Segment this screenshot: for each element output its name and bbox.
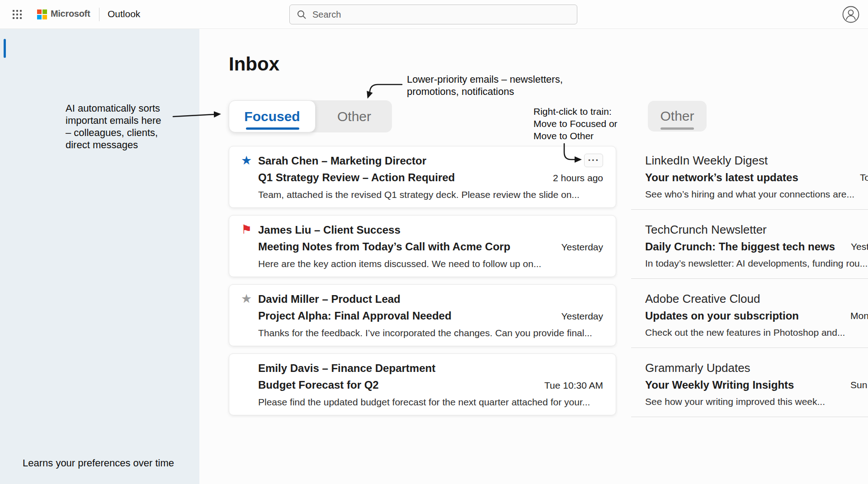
annotation-other-note: Lower-priority emails – newsletters, pro…	[407, 73, 563, 98]
other-email-row[interactable]: Grammarly Updates Your Weekly Writing In…	[631, 348, 868, 417]
annotation-train-note: Right-click to train: Move to Focused or…	[533, 105, 618, 142]
email-preview: Here are the key action items discussed.…	[258, 255, 603, 272]
annotation-focused-note: AI automatically sorts important emails …	[66, 102, 161, 151]
email-card[interactable]: ★ Sarah Chen – Marketing Director Q1 Str…	[229, 146, 616, 208]
outlook-window: Microsoft Outlook Learns your preferenc	[0, 0, 868, 484]
email-sender: LinkedIn Weekly Digest	[645, 152, 868, 169]
email-time: 2 hours ago	[546, 169, 603, 186]
search-bar	[289, 5, 577, 24]
email-content: Sarah Chen – Marketing Director Q1 Strat…	[258, 152, 603, 207]
email-preview: See how your writing improved this week.…	[645, 393, 868, 410]
other-email-row[interactable]: Adobe Creative Cloud Updates on your sub…	[631, 279, 868, 348]
email-time: Yesterday	[851, 241, 868, 252]
more-options-button[interactable]: ···	[584, 154, 603, 167]
no-icon-spacer	[241, 360, 258, 415]
left-sidebar: Learns your preferences over time	[0, 29, 199, 484]
email-subject: Your Weekly Writing Insights	[645, 376, 868, 393]
top-bar: Microsoft Outlook	[0, 0, 868, 29]
email-subject: Budget Forecast for Q2	[258, 376, 379, 393]
waffle-grid-icon	[12, 9, 23, 20]
topbar-divider	[99, 8, 99, 21]
email-subject: Project Alpha: Final Approval Needed	[258, 307, 452, 324]
annotation-line: AI automatically sorts	[66, 102, 161, 114]
email-card[interactable]: ⚑ James Liu – Client Success Meeting Not…	[229, 215, 616, 277]
email-subject-row: Budget Forecast for Q2 Tue 10:30 AM	[258, 376, 603, 394]
microsoft-wordmark: Microsoft	[51, 9, 90, 19]
annotation-line: Lower-priority emails – newsletters,	[407, 73, 563, 85]
tab-other-label: Other	[337, 109, 371, 124]
ms-logo-square-green	[42, 9, 47, 14]
email-preview: See who’s hiring and what your connectio…	[645, 186, 868, 202]
email-sender: Emily Davis – Finance Department	[258, 360, 603, 376]
annotation-learns-preferences: Learns your preferences over time	[23, 457, 174, 469]
email-content: James Liu – Client Success Meeting Notes…	[258, 221, 603, 277]
email-sender: TechCrunch Newsletter	[645, 221, 868, 238]
email-preview: Thanks for the feedback. I’ve incorporat…	[258, 324, 603, 341]
star-icon: ★	[241, 152, 258, 207]
other-email-row[interactable]: TechCrunch Newsletter Daily Crunch: The …	[631, 210, 868, 279]
inbox-tab-group: Other Focused	[229, 100, 392, 132]
email-subject: Daily Crunch: The biggest tech news	[645, 238, 868, 255]
email-sender: James Liu – Client Success	[258, 221, 603, 238]
email-card[interactable]: Emily Davis – Finance Department Budget …	[229, 353, 616, 415]
email-preview: In today’s newsletter: AI developments, …	[645, 255, 868, 272]
tab-other-column[interactable]: Other	[648, 101, 707, 132]
email-card[interactable]: ★ David Miller – Product Lead Project Al…	[229, 284, 616, 346]
email-content: Emily Davis – Finance Department Budget …	[258, 360, 603, 415]
hamburger-menu-icon[interactable]	[11, 41, 25, 54]
tab-other-column-label: Other	[660, 108, 694, 124]
annotation-line: Right-click to train:	[533, 105, 618, 117]
email-preview: Please find the updated budget forecast …	[258, 394, 603, 410]
ms-logo-square-blue	[37, 15, 42, 19]
flag-icon: ⚑	[241, 221, 258, 277]
email-subject-row: Q1 Strategy Review – Action Required 2 h…	[258, 169, 603, 186]
email-sender: David Miller – Product Lead	[258, 291, 603, 307]
page-title: Inbox	[229, 53, 279, 75]
app-launcher-icon[interactable]	[9, 6, 25, 23]
annotation-line: direct messages	[66, 139, 161, 151]
email-time: Mon	[850, 310, 868, 321]
ms-logo-square-red	[37, 9, 42, 14]
email-subject: Your network’s latest updates	[645, 169, 868, 186]
email-preview: Check out the new features in Photoshop …	[645, 324, 868, 341]
star-icon: ★	[241, 291, 258, 346]
annotation-line: Move to Focused or	[533, 117, 618, 130]
tab-focused-label: Focused	[244, 109, 300, 124]
other-column-underline	[660, 127, 694, 130]
email-subject: Q1 Strategy Review – Action Required	[258, 169, 455, 186]
email-content: David Miller – Product Lead Project Alph…	[258, 291, 603, 346]
annotation-line: Move to Other	[533, 130, 618, 142]
tab-focused[interactable]: Focused	[229, 100, 316, 132]
nav-selection-accent	[4, 39, 6, 58]
app-name: Outlook	[108, 9, 140, 19]
email-sender: Adobe Creative Cloud	[645, 291, 868, 307]
email-subject: Updates on your subscription	[645, 307, 868, 324]
email-time: Today	[860, 172, 868, 183]
email-sender: Sarah Chen – Marketing Director	[258, 152, 603, 169]
microsoft-logo-icon	[37, 9, 47, 19]
email-subject-row: Meeting Notes from Today’s Call with Acm…	[258, 238, 603, 255]
email-time: Yesterday	[554, 308, 603, 324]
email-subject-row: Project Alpha: Final Approval Needed Yes…	[258, 307, 603, 324]
email-subject: Meeting Notes from Today’s Call with Acm…	[258, 238, 510, 255]
email-sender: Grammarly Updates	[645, 360, 868, 376]
email-preview: Team, attached is the revised Q1 strateg…	[258, 186, 603, 203]
other-email-row[interactable]: LinkedIn Weekly Digest Your network’s la…	[631, 141, 868, 210]
focused-active-underline	[246, 127, 299, 130]
account-icon[interactable]	[842, 6, 859, 23]
search-input[interactable]	[312, 9, 571, 20]
annotation-line: promotions, notifications	[407, 85, 563, 98]
annotation-line: important emails here	[66, 114, 161, 127]
search-icon	[296, 9, 307, 20]
person-circle-icon	[842, 6, 859, 23]
email-time: Tue 10:30 AM	[537, 377, 603, 394]
email-time: Sun	[850, 380, 867, 390]
annotation-line: – colleagues, clients,	[66, 127, 161, 139]
ms-logo-square-yellow	[42, 15, 47, 19]
email-time: Yesterday	[554, 239, 603, 255]
